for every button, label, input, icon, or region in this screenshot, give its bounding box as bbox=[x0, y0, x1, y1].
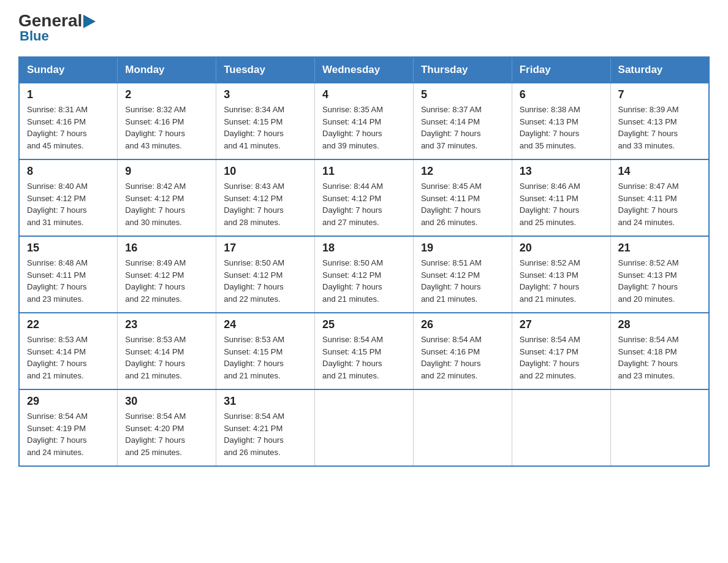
day-info: Sunrise: 8:54 AMSunset: 4:19 PMDaylight:… bbox=[27, 410, 110, 458]
day-number: 14 bbox=[618, 165, 701, 178]
day-cell: 20Sunrise: 8:52 AMSunset: 4:13 PMDayligh… bbox=[512, 236, 610, 313]
header-monday: Monday bbox=[118, 57, 216, 83]
day-cell: 24Sunrise: 8:53 AMSunset: 4:15 PMDayligh… bbox=[216, 313, 315, 389]
day-number: 8 bbox=[27, 165, 110, 178]
day-number: 3 bbox=[224, 88, 307, 101]
day-info: Sunrise: 8:44 AMSunset: 4:12 PMDaylight:… bbox=[322, 180, 406, 228]
day-info: Sunrise: 8:47 AMSunset: 4:11 PMDaylight:… bbox=[618, 180, 701, 228]
day-cell: 7Sunrise: 8:39 AMSunset: 4:13 PMDaylight… bbox=[610, 83, 709, 159]
day-number: 28 bbox=[618, 318, 701, 331]
day-cell: 30Sunrise: 8:54 AMSunset: 4:20 PMDayligh… bbox=[118, 389, 216, 466]
svg-marker-0 bbox=[83, 15, 96, 28]
day-cell: 31Sunrise: 8:54 AMSunset: 4:21 PMDayligh… bbox=[216, 389, 315, 466]
day-cell: 27Sunrise: 8:54 AMSunset: 4:17 PMDayligh… bbox=[512, 313, 610, 389]
day-cell bbox=[413, 389, 512, 466]
day-cell: 19Sunrise: 8:51 AMSunset: 4:12 PMDayligh… bbox=[413, 236, 512, 313]
day-info: Sunrise: 8:35 AMSunset: 4:14 PMDaylight:… bbox=[322, 104, 406, 151]
day-number: 25 bbox=[322, 318, 406, 331]
header-sunday: Sunday bbox=[19, 57, 118, 83]
day-number: 23 bbox=[125, 318, 208, 331]
day-cell: 9Sunrise: 8:42 AMSunset: 4:12 PMDaylight… bbox=[118, 159, 216, 236]
day-cell: 23Sunrise: 8:53 AMSunset: 4:14 PMDayligh… bbox=[118, 313, 216, 389]
day-info: Sunrise: 8:52 AMSunset: 4:13 PMDaylight:… bbox=[520, 257, 603, 305]
day-cell: 4Sunrise: 8:35 AMSunset: 4:14 PMDaylight… bbox=[315, 83, 414, 159]
header-saturday: Saturday bbox=[610, 57, 709, 83]
logo-arrow-icon bbox=[83, 15, 96, 28]
day-info: Sunrise: 8:54 AMSunset: 4:21 PMDaylight:… bbox=[224, 410, 307, 458]
day-info: Sunrise: 8:43 AMSunset: 4:12 PMDaylight:… bbox=[224, 180, 307, 228]
day-info: Sunrise: 8:42 AMSunset: 4:12 PMDaylight:… bbox=[125, 180, 208, 228]
day-cell: 28Sunrise: 8:54 AMSunset: 4:18 PMDayligh… bbox=[610, 313, 709, 389]
logo-blue-text: Blue bbox=[20, 28, 49, 44]
calendar-table: Sunday Monday Tuesday Wednesday Thursday… bbox=[18, 56, 710, 467]
day-info: Sunrise: 8:31 AMSunset: 4:16 PMDaylight:… bbox=[27, 104, 110, 151]
day-cell: 12Sunrise: 8:45 AMSunset: 4:11 PMDayligh… bbox=[413, 159, 512, 236]
day-cell: 16Sunrise: 8:49 AMSunset: 4:12 PMDayligh… bbox=[118, 236, 216, 313]
day-cell: 6Sunrise: 8:38 AMSunset: 4:13 PMDaylight… bbox=[512, 83, 610, 159]
day-cell: 1Sunrise: 8:31 AMSunset: 4:16 PMDaylight… bbox=[19, 83, 118, 159]
day-info: Sunrise: 8:40 AMSunset: 4:12 PMDaylight:… bbox=[27, 180, 110, 228]
day-cell: 18Sunrise: 8:50 AMSunset: 4:12 PMDayligh… bbox=[315, 236, 414, 313]
day-cell: 8Sunrise: 8:40 AMSunset: 4:12 PMDaylight… bbox=[19, 159, 118, 236]
day-cell: 29Sunrise: 8:54 AMSunset: 4:19 PMDayligh… bbox=[19, 389, 118, 466]
header-tuesday: Tuesday bbox=[216, 57, 315, 83]
day-number: 17 bbox=[224, 242, 307, 255]
day-info: Sunrise: 8:54 AMSunset: 4:17 PMDaylight:… bbox=[520, 334, 603, 381]
day-cell: 2Sunrise: 8:32 AMSunset: 4:16 PMDaylight… bbox=[118, 83, 216, 159]
day-info: Sunrise: 8:54 AMSunset: 4:18 PMDaylight:… bbox=[618, 334, 701, 381]
day-number: 7 bbox=[618, 88, 701, 101]
day-info: Sunrise: 8:45 AMSunset: 4:11 PMDaylight:… bbox=[421, 180, 504, 228]
day-number: 13 bbox=[520, 165, 603, 178]
day-number: 30 bbox=[125, 395, 208, 408]
day-cell: 3Sunrise: 8:34 AMSunset: 4:15 PMDaylight… bbox=[216, 83, 315, 159]
day-number: 15 bbox=[27, 242, 110, 255]
header-friday: Friday bbox=[512, 57, 610, 83]
day-cell: 25Sunrise: 8:54 AMSunset: 4:15 PMDayligh… bbox=[315, 313, 414, 389]
day-cell bbox=[315, 389, 414, 466]
day-number: 9 bbox=[125, 165, 208, 178]
day-number: 20 bbox=[520, 242, 603, 255]
day-cell bbox=[610, 389, 709, 466]
day-cell: 10Sunrise: 8:43 AMSunset: 4:12 PMDayligh… bbox=[216, 159, 315, 236]
day-info: Sunrise: 8:32 AMSunset: 4:16 PMDaylight:… bbox=[125, 104, 208, 151]
day-info: Sunrise: 8:49 AMSunset: 4:12 PMDaylight:… bbox=[125, 257, 208, 305]
day-number: 6 bbox=[520, 88, 603, 101]
header-wednesday: Wednesday bbox=[315, 57, 414, 83]
day-info: Sunrise: 8:34 AMSunset: 4:15 PMDaylight:… bbox=[224, 104, 307, 151]
day-cell: 11Sunrise: 8:44 AMSunset: 4:12 PMDayligh… bbox=[315, 159, 414, 236]
week-row-4: 22Sunrise: 8:53 AMSunset: 4:14 PMDayligh… bbox=[19, 313, 709, 389]
day-number: 1 bbox=[27, 88, 110, 101]
day-number: 19 bbox=[421, 242, 504, 255]
day-info: Sunrise: 8:52 AMSunset: 4:13 PMDaylight:… bbox=[618, 257, 701, 305]
day-cell: 17Sunrise: 8:50 AMSunset: 4:12 PMDayligh… bbox=[216, 236, 315, 313]
day-info: Sunrise: 8:38 AMSunset: 4:13 PMDaylight:… bbox=[520, 104, 603, 151]
day-number: 31 bbox=[224, 395, 307, 408]
day-info: Sunrise: 8:54 AMSunset: 4:16 PMDaylight:… bbox=[421, 334, 504, 381]
day-cell: 26Sunrise: 8:54 AMSunset: 4:16 PMDayligh… bbox=[413, 313, 512, 389]
day-info: Sunrise: 8:50 AMSunset: 4:12 PMDaylight:… bbox=[322, 257, 406, 305]
week-row-5: 29Sunrise: 8:54 AMSunset: 4:19 PMDayligh… bbox=[19, 389, 709, 466]
day-number: 5 bbox=[421, 88, 504, 101]
day-number: 29 bbox=[27, 395, 110, 408]
week-row-2: 8Sunrise: 8:40 AMSunset: 4:12 PMDaylight… bbox=[19, 159, 709, 236]
day-cell bbox=[512, 389, 610, 466]
day-number: 2 bbox=[125, 88, 208, 101]
day-number: 11 bbox=[322, 165, 406, 178]
day-number: 26 bbox=[421, 318, 504, 331]
page-header: General Blue bbox=[18, 12, 710, 44]
week-row-3: 15Sunrise: 8:48 AMSunset: 4:11 PMDayligh… bbox=[19, 236, 709, 313]
day-info: Sunrise: 8:39 AMSunset: 4:13 PMDaylight:… bbox=[618, 104, 701, 151]
day-number: 4 bbox=[322, 88, 406, 101]
day-number: 27 bbox=[520, 318, 603, 331]
day-cell: 21Sunrise: 8:52 AMSunset: 4:13 PMDayligh… bbox=[610, 236, 709, 313]
day-info: Sunrise: 8:53 AMSunset: 4:14 PMDaylight:… bbox=[27, 334, 110, 381]
day-cell: 22Sunrise: 8:53 AMSunset: 4:14 PMDayligh… bbox=[19, 313, 118, 389]
day-info: Sunrise: 8:48 AMSunset: 4:11 PMDaylight:… bbox=[27, 257, 110, 305]
day-cell: 15Sunrise: 8:48 AMSunset: 4:11 PMDayligh… bbox=[19, 236, 118, 313]
day-info: Sunrise: 8:53 AMSunset: 4:15 PMDaylight:… bbox=[224, 334, 307, 381]
day-info: Sunrise: 8:37 AMSunset: 4:14 PMDaylight:… bbox=[421, 104, 504, 151]
day-number: 12 bbox=[421, 165, 504, 178]
day-cell: 5Sunrise: 8:37 AMSunset: 4:14 PMDaylight… bbox=[413, 83, 512, 159]
logo-general-text: General bbox=[18, 12, 82, 29]
day-number: 18 bbox=[322, 242, 406, 255]
